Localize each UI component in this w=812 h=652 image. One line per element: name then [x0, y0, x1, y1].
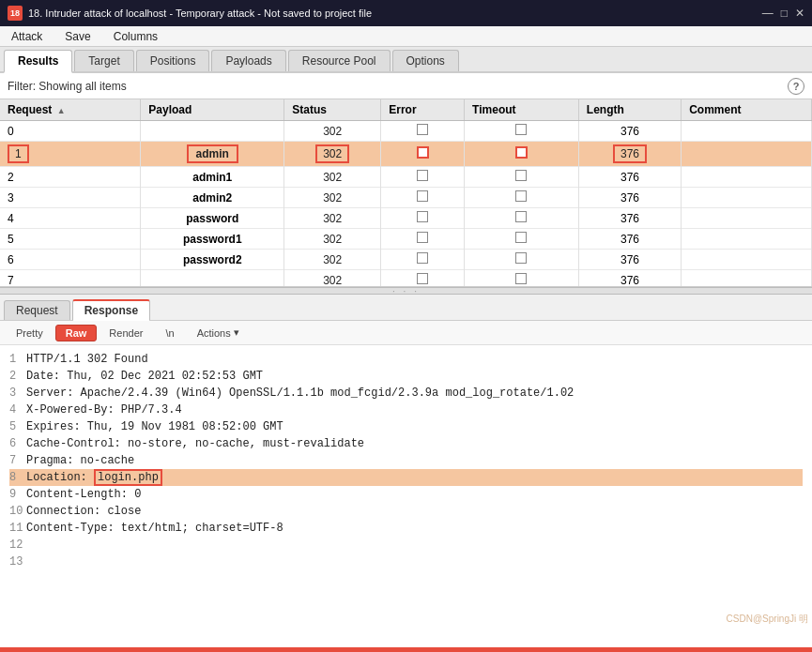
- filter-text: Filter: Showing all items: [8, 80, 127, 93]
- table-row: 376: [578, 142, 681, 167]
- inner-tab-actions[interactable]: Actions ▾: [187, 324, 250, 341]
- inner-tab-bar: Pretty Raw Render \n Actions ▾: [0, 321, 812, 345]
- table-row[interactable]: admin1: [141, 167, 284, 188]
- col-request[interactable]: Request ▲: [0, 99, 141, 121]
- table-row: 376: [578, 229, 681, 250]
- title-bar: 18 18. Intruder attack of localhost - Te…: [0, 0, 812, 26]
- tab-options[interactable]: Options: [392, 50, 459, 71]
- table-row[interactable]: [141, 270, 284, 288]
- table-row: [682, 142, 812, 167]
- main-tab-bar: Results Target Positions Payloads Resour…: [0, 47, 812, 73]
- table-row[interactable]: password: [141, 208, 284, 229]
- table-row: 376: [578, 188, 681, 208]
- col-comment[interactable]: Comment: [682, 99, 812, 121]
- menu-bar: Attack Save Columns: [0, 26, 812, 47]
- table-row[interactable]: [381, 142, 465, 167]
- table-row: 376: [578, 270, 681, 288]
- tab-positions[interactable]: Positions: [136, 50, 210, 71]
- tab-target[interactable]: Target: [74, 50, 133, 71]
- table-row[interactable]: [381, 188, 465, 208]
- maximize-button[interactable]: □: [781, 7, 788, 20]
- sub-tab-bar: Request Response: [0, 295, 812, 321]
- table-row: 302: [284, 121, 381, 142]
- tab-results[interactable]: Results: [4, 50, 72, 73]
- window-title: 18. Intruder attack of localhost - Tempo…: [28, 8, 372, 19]
- table-row: [682, 250, 812, 270]
- table-row: 302: [284, 188, 381, 208]
- menu-attack[interactable]: Attack: [6, 28, 48, 45]
- col-length[interactable]: Length: [578, 99, 681, 121]
- minimize-button[interactable]: —: [762, 7, 774, 20]
- results-table-wrap: Request ▲ Payload Status Error Timeout L…: [0, 99, 812, 287]
- table-row: 376: [578, 167, 681, 188]
- table-row[interactable]: password1: [141, 229, 284, 250]
- table-row[interactable]: [141, 121, 284, 142]
- table-row[interactable]: [465, 229, 579, 250]
- table-row[interactable]: [381, 167, 465, 188]
- table-row: 302: [284, 250, 381, 270]
- window-controls: — □ ✕: [762, 7, 804, 20]
- table-row[interactable]: [465, 250, 579, 270]
- sub-tab-request[interactable]: Request: [4, 300, 70, 320]
- table-row: [682, 121, 812, 142]
- table-row: 302: [284, 229, 381, 250]
- req-res-panel: Request Response Pretty Raw Render \n Ac…: [0, 295, 812, 652]
- table-row: 302: [284, 270, 381, 288]
- table-row[interactable]: 6: [0, 250, 141, 270]
- table-row[interactable]: 1: [0, 142, 141, 167]
- col-error[interactable]: Error: [381, 99, 465, 121]
- close-button[interactable]: ✕: [795, 7, 804, 20]
- progress-bar-fill: [0, 647, 812, 652]
- tab-payloads[interactable]: Payloads: [211, 50, 285, 71]
- table-row: [682, 208, 812, 229]
- help-button[interactable]: ?: [788, 78, 804, 95]
- table-row[interactable]: [465, 167, 579, 188]
- menu-columns[interactable]: Columns: [108, 28, 163, 45]
- inner-tab-raw[interactable]: Raw: [55, 325, 98, 341]
- table-row[interactable]: admin: [141, 142, 284, 167]
- app-icon: 18: [8, 6, 23, 21]
- table-row: [682, 270, 812, 288]
- table-row[interactable]: 2: [0, 167, 141, 188]
- table-row[interactable]: [465, 208, 579, 229]
- table-row: 376: [578, 208, 681, 229]
- col-status[interactable]: Status: [284, 99, 381, 121]
- table-row[interactable]: 4: [0, 208, 141, 229]
- table-row[interactable]: [381, 121, 465, 142]
- table-row[interactable]: [465, 121, 579, 142]
- inner-tab-render[interactable]: Render: [99, 325, 153, 341]
- table-row[interactable]: 0: [0, 121, 141, 142]
- splitter[interactable]: · · ·: [0, 287, 812, 295]
- table-row: 376: [578, 250, 681, 270]
- sub-tab-response[interactable]: Response: [72, 299, 150, 322]
- table-row[interactable]: 5: [0, 229, 141, 250]
- col-payload[interactable]: Payload: [141, 99, 284, 121]
- inner-tab-pretty[interactable]: Pretty: [6, 325, 54, 341]
- table-row: [682, 229, 812, 250]
- table-row[interactable]: password2: [141, 250, 284, 270]
- filter-bar: Filter: Showing all items ?: [0, 73, 812, 99]
- table-row: 376: [578, 121, 681, 142]
- response-content: 1HTTP/1.1 302 Found 2Date: Thu, 02 Dec 2…: [0, 345, 812, 652]
- table-row[interactable]: admin2: [141, 188, 284, 208]
- col-timeout[interactable]: Timeout: [465, 99, 579, 121]
- tab-resource-pool[interactable]: Resource Pool: [288, 50, 391, 71]
- table-row[interactable]: [381, 208, 465, 229]
- table-row[interactable]: [465, 270, 579, 288]
- table-row[interactable]: 3: [0, 188, 141, 208]
- menu-save[interactable]: Save: [59, 28, 96, 45]
- inner-tab-newline[interactable]: \n: [155, 325, 184, 341]
- table-row[interactable]: 7: [0, 270, 141, 288]
- table-row[interactable]: [381, 250, 465, 270]
- table-row: 302: [284, 142, 381, 167]
- table-row: [682, 188, 812, 208]
- table-row[interactable]: [465, 142, 579, 167]
- table-row: 302: [284, 167, 381, 188]
- table-row: 302: [284, 208, 381, 229]
- actions-chevron-icon: ▾: [234, 326, 239, 339]
- table-row[interactable]: [381, 229, 465, 250]
- table-row[interactable]: [465, 188, 579, 208]
- progress-bar-wrap: [0, 647, 812, 652]
- table-row[interactable]: [381, 270, 465, 288]
- table-row: [682, 167, 812, 188]
